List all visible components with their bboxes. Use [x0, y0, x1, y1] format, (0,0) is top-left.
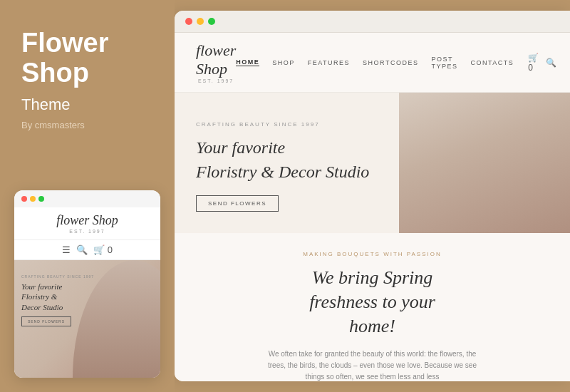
mobile-send-button[interactable]: SEND FLOWERS — [21, 316, 71, 326]
website: flower Shop EST. 1997 HOME SHOP FEATURES… — [175, 33, 570, 381]
hero-title: Your favorite Floristry & Decor Studio — [196, 136, 378, 184]
mobile-preview: flower Shop EST. 1997 ☰ 🔍 🛒 0 CRAFTING B… — [14, 190, 160, 378]
mobile-cart-icon: 🛒 0 — [93, 244, 113, 255]
website-logo: flower Shop — [196, 41, 236, 78]
browser-chrome — [175, 11, 570, 33]
nav-link-home[interactable]: HOME — [236, 58, 259, 66]
mobile-crafting: CRAFTING BEAUTY SINCE 1997 — [21, 274, 94, 279]
cart-icon[interactable]: 🛒 0 — [528, 53, 539, 73]
mobile-hero-text: CRAFTING BEAUTY SINCE 1997 Your favorite… — [21, 274, 94, 326]
sidebar-subtitle: Theme — [21, 96, 153, 114]
hero-image — [399, 93, 570, 233]
website-logo-sub: EST. 1997 — [196, 78, 236, 83]
section-below: MAKING BOUQUETS WITH PASSION We bring Sp… — [175, 233, 570, 381]
search-icon[interactable]: 🔍 — [546, 58, 556, 68]
website-nav-links: HOME SHOP FEATURES SHORTCODES POST TYPES… — [236, 56, 514, 70]
hero-send-button[interactable]: SEND FLOWERS — [196, 195, 279, 212]
website-nav: flower Shop EST. 1997 HOME SHOP FEATURES… — [175, 33, 570, 93]
hero-person — [399, 93, 570, 233]
mobile-menu-icon: ☰ — [62, 244, 71, 255]
nav-link-contacts[interactable]: CONTACTS — [470, 59, 514, 66]
sidebar-title: Flower Shop — [21, 29, 153, 88]
mobile-search-icon: 🔍 — [76, 244, 88, 255]
website-logo-wrap: flower Shop EST. 1997 — [196, 41, 236, 83]
mobile-hero-title: Your favorite Floristry & Decor Studio — [21, 282, 94, 312]
browser-dot-red — [185, 18, 192, 25]
section-desc: We often take for granted the beauty of … — [266, 349, 480, 381]
nav-link-features[interactable]: FEATURES — [308, 59, 350, 66]
mobile-hero: CRAFTING BEAUTY SINCE 1997 Your favorite… — [14, 260, 160, 378]
sidebar-by: By cmsmasters — [21, 120, 153, 130]
website-content: CRAFTING BEAUTY SINCE 1997 Your favorite… — [175, 93, 570, 381]
nav-link-shortcodes[interactable]: SHORTCODES — [363, 59, 418, 66]
nav-link-shop[interactable]: SHOP — [272, 59, 295, 66]
mobile-icon-bar: ☰ 🔍 🛒 0 — [14, 240, 160, 260]
mobile-nav: flower Shop EST. 1997 — [14, 207, 160, 240]
mobile-dot-red — [21, 196, 27, 202]
mobile-dots — [14, 190, 160, 207]
sidebar: Flower Shop Theme By cmsmasters flower S… — [0, 0, 175, 392]
hero-crafting-label: CRAFTING BEAUTY SINCE 1997 — [196, 121, 378, 128]
section-title: We bring Spring freshness to your home! — [196, 266, 549, 338]
hero-text-area: CRAFTING BEAUTY SINCE 1997 Your favorite… — [175, 93, 399, 233]
website-nav-icons: 🛒 0 🔍 — [528, 53, 556, 73]
nav-link-post-types[interactable]: POST TYPES — [431, 56, 457, 70]
mobile-logo: flower Shop — [56, 213, 118, 228]
browser-dot-yellow — [197, 18, 204, 25]
mobile-dot-yellow — [30, 196, 36, 202]
mobile-logo-sub: EST. 1997 — [56, 229, 118, 234]
hero-section: CRAFTING BEAUTY SINCE 1997 Your favorite… — [175, 93, 570, 233]
main-area: flower Shop EST. 1997 HOME SHOP FEATURES… — [175, 11, 570, 381]
browser-dot-green — [208, 18, 215, 25]
mobile-dot-green — [38, 196, 44, 202]
section-label: MAKING BOUQUETS WITH PASSION — [196, 251, 549, 257]
